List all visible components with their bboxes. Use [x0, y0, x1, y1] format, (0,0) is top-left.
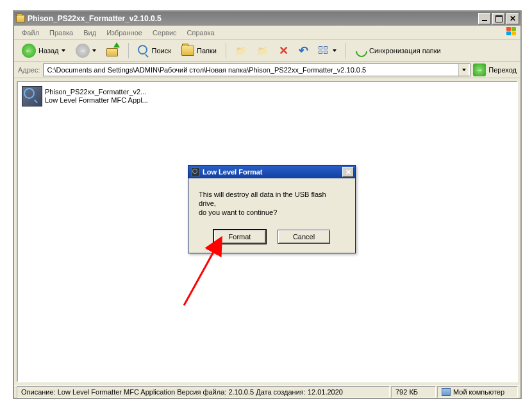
move-to-button: 📁: [231, 42, 251, 59]
format-dialog: Low Level Format ✕ This will destroy all…: [188, 165, 356, 253]
dialog-titlebar[interactable]: Low Level Format ✕: [188, 166, 355, 178]
go-label[interactable]: Переход: [488, 66, 517, 74]
dialog-close-button[interactable]: ✕: [342, 167, 354, 177]
back-button[interactable]: ← Назад: [18, 41, 69, 60]
file-description: Low Level Formatter MFC Appl...: [45, 96, 148, 105]
cancel-button[interactable]: Cancel: [278, 230, 330, 244]
titlebar[interactable]: Phison_PS22xx_Formatter_v2.10.0.5 ✕: [14, 12, 520, 26]
address-input[interactable]: C:\Documents and Settings\ADMIN\Рабочий …: [43, 64, 471, 76]
chevron-down-icon: [462, 69, 466, 71]
windows-logo-icon: [506, 27, 518, 37]
menubar: Файл Правка Вид Избранное Сервис Справка: [14, 26, 520, 40]
close-button[interactable]: ✕: [506, 13, 519, 24]
go-button[interactable]: →: [473, 64, 486, 76]
up-button[interactable]: [103, 42, 123, 59]
address-label: Адрес:: [18, 66, 40, 74]
folder-icon: [16, 15, 25, 22]
delete-icon: ✕: [279, 44, 288, 58]
search-button[interactable]: Поиск: [134, 42, 175, 59]
status-description: Описание: Low Level Formatter MFC Applic…: [17, 386, 390, 398]
menu-view[interactable]: Вид: [78, 27, 101, 38]
menu-favorites[interactable]: Избранное: [101, 27, 147, 38]
dialog-message-line2: do you want to continue?: [199, 208, 277, 216]
sync-label: Синхронизация папки: [369, 47, 441, 55]
search-label: Поиск: [152, 47, 171, 55]
undo-button[interactable]: ↶: [295, 41, 312, 60]
views-icon: [319, 46, 330, 55]
address-dropdown[interactable]: [458, 64, 469, 76]
delete-button[interactable]: ✕: [275, 41, 292, 60]
address-path: C:\Documents and Settings\ADMIN\Рабочий …: [47, 66, 456, 74]
back-icon: ←: [22, 44, 36, 58]
status-size: 792 КБ: [391, 386, 436, 398]
menu-file[interactable]: Файл: [17, 27, 44, 38]
toolbar: ← Назад → Поиск Папки 📁 📁 ✕ ↶: [14, 40, 520, 62]
statusbar: Описание: Low Level Formatter MFC Applic…: [14, 385, 520, 398]
chevron-down-icon[interactable]: [62, 49, 65, 52]
dialog-body: This will destroy all data in the USB fl…: [188, 178, 355, 253]
file-name: Phison_PS22xx_Formatter_v2...: [45, 88, 148, 96]
folders-button[interactable]: Папки: [178, 43, 220, 58]
back-label: Назад: [38, 47, 59, 55]
status-location: Мой компьютер: [437, 386, 518, 398]
separator: [345, 43, 346, 58]
forward-button[interactable]: →: [72, 41, 100, 60]
folders-label: Папки: [197, 47, 217, 55]
menu-edit[interactable]: Правка: [44, 27, 78, 38]
list-item[interactable]: Phison_PS22xx_Formatter_v2... Low Level …: [22, 86, 148, 106]
search-icon: [138, 45, 149, 56]
views-button[interactable]: [315, 44, 340, 58]
format-button[interactable]: Format: [213, 230, 266, 244]
dialog-title: Low Level Format: [203, 168, 263, 176]
separator: [226, 43, 226, 58]
sync-icon: [355, 45, 367, 56]
computer-icon: [442, 388, 451, 396]
dialog-message: This will destroy all data in the USB fl…: [199, 190, 345, 217]
copy-to-button: 📁: [253, 42, 272, 59]
move-to-icon: 📁: [235, 45, 247, 56]
chevron-down-icon[interactable]: [92, 49, 96, 52]
menu-tools[interactable]: Сервис: [147, 27, 182, 38]
folders-icon: [181, 46, 194, 56]
separator: [128, 43, 129, 58]
application-icon: [22, 86, 42, 106]
window-title: Phison_PS22xx_Formatter_v2.10.0.5: [28, 14, 162, 23]
status-location-text: Мой компьютер: [453, 388, 504, 396]
address-bar: Адрес: C:\Documents and Settings\ADMIN\Р…: [14, 62, 520, 78]
forward-icon: →: [76, 44, 90, 58]
undo-icon: ↶: [299, 44, 308, 58]
dialog-message-line1: This will destroy all data in the USB fl…: [199, 191, 326, 207]
menu-help[interactable]: Справка: [182, 27, 220, 38]
folder-up-icon: [106, 45, 119, 56]
copy-to-icon: 📁: [257, 45, 269, 56]
minimize-button[interactable]: [478, 13, 491, 24]
app-icon: [191, 167, 200, 176]
chevron-down-icon[interactable]: [333, 49, 337, 52]
maximize-button[interactable]: [492, 13, 505, 24]
sync-folder-button[interactable]: Синхронизация папки: [351, 42, 445, 59]
